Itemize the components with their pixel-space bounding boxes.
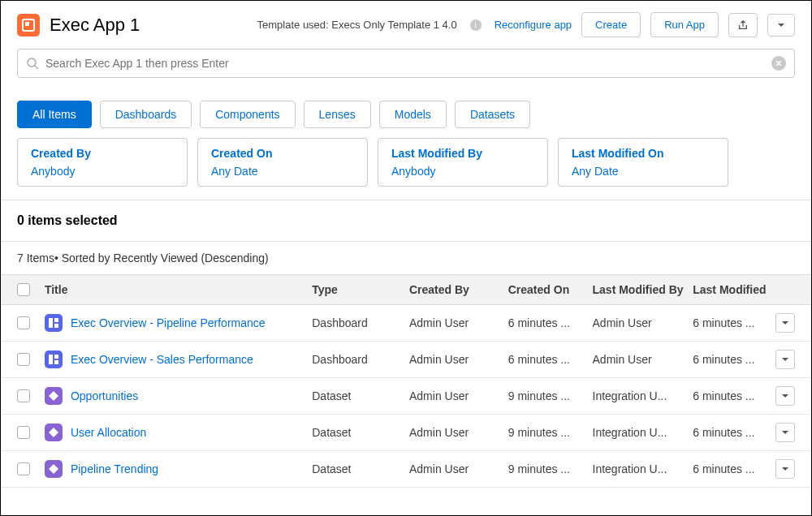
- cell-last-modified-by: Admin User: [593, 316, 693, 329]
- info-icon[interactable]: i: [470, 19, 482, 31]
- filter-value: Anybody: [31, 165, 174, 178]
- grid-header: Title Type Created By Created On Last Mo…: [1, 274, 811, 305]
- table-row: OpportunitiesDatasetAdmin User9 minutes …: [1, 378, 811, 415]
- search-input-container[interactable]: [17, 49, 795, 78]
- run-app-button[interactable]: Run App: [650, 12, 719, 37]
- select-all-checkbox[interactable]: [17, 283, 30, 296]
- tab-components[interactable]: Components: [200, 101, 295, 128]
- tab-lenses[interactable]: Lenses: [304, 101, 371, 128]
- cell-created-by: Admin User: [409, 316, 508, 329]
- cell-type: Dataset: [312, 426, 409, 439]
- row-checkbox[interactable]: [17, 389, 30, 402]
- cell-type: Dashboard: [312, 353, 409, 366]
- search-icon: [26, 57, 39, 70]
- selection-count: 0 items selected: [1, 200, 811, 241]
- clear-search-button[interactable]: [771, 56, 786, 71]
- row-checkbox[interactable]: [17, 353, 30, 366]
- col-header-created-by[interactable]: Created By: [409, 283, 508, 296]
- cell-last-modified-on: 6 minutes ...: [693, 462, 772, 475]
- app-title: Exec App 1: [50, 15, 140, 36]
- chevron-down-icon: [781, 355, 789, 363]
- filter-created-on[interactable]: Created On Any Date: [197, 138, 368, 187]
- cell-type: Dashboard: [312, 316, 409, 329]
- cell-last-modified-by: Integration U...: [593, 426, 693, 439]
- create-button[interactable]: Create: [581, 12, 641, 37]
- table-row: Pipeline TrendingDatasetAdmin User9 minu…: [1, 451, 811, 488]
- col-header-type[interactable]: Type: [312, 283, 409, 296]
- cell-created-on: 9 minutes ...: [508, 389, 593, 402]
- svg-rect-4: [49, 318, 53, 328]
- svg-rect-9: [54, 360, 58, 364]
- table-row: Exec Overview - Sales PerformanceDashboa…: [1, 342, 811, 378]
- row-checkbox[interactable]: [17, 426, 30, 439]
- reconfigure-link[interactable]: Reconfigure app: [495, 19, 572, 31]
- item-title-link[interactable]: Exec Overview - Pipeline Performance: [71, 316, 266, 329]
- filter-last-modified-on[interactable]: Last Modified On Any Date: [558, 138, 728, 187]
- dashboard-icon: [45, 350, 63, 368]
- row-actions-menu[interactable]: [775, 423, 795, 442]
- tab-datasets[interactable]: Datasets: [455, 101, 530, 128]
- svg-point-2: [28, 58, 36, 67]
- svg-rect-8: [54, 355, 58, 359]
- col-header-last-modified-by[interactable]: Last Modified By: [593, 283, 693, 296]
- tab-dashboards[interactable]: Dashboards: [100, 101, 192, 128]
- cell-type: Dataset: [312, 462, 409, 475]
- svg-rect-5: [54, 318, 58, 322]
- item-title-link[interactable]: Exec Overview - Sales Performance: [71, 353, 253, 366]
- dataset-icon: [45, 387, 63, 405]
- dataset-icon: [45, 460, 63, 478]
- dashboard-icon: [45, 314, 63, 332]
- row-checkbox[interactable]: [17, 462, 30, 475]
- row-actions-menu[interactable]: [775, 313, 795, 333]
- row-actions-menu[interactable]: [775, 459, 795, 479]
- cell-last-modified-by: Integration U...: [593, 389, 693, 402]
- cell-created-on: 9 minutes ...: [508, 462, 593, 475]
- col-header-last-modified-on[interactable]: Last Modified: [693, 283, 772, 296]
- svg-rect-7: [49, 355, 53, 364]
- items-grid: Title Type Created By Created On Last Mo…: [1, 274, 811, 488]
- tab-all-items[interactable]: All Items: [17, 101, 92, 128]
- row-actions-menu[interactable]: [775, 386, 795, 406]
- cell-last-modified-on: 6 minutes ...: [693, 316, 772, 329]
- filter-label: Created By: [31, 147, 174, 160]
- filter-label: Created On: [211, 147, 354, 160]
- cell-created-by: Admin User: [409, 462, 508, 475]
- filter-created-by[interactable]: Created By Anybody: [17, 138, 188, 187]
- row-checkbox[interactable]: [17, 316, 30, 329]
- cell-created-by: Admin User: [409, 389, 508, 402]
- col-header-created-on[interactable]: Created On: [508, 283, 593, 296]
- cell-created-by: Admin User: [409, 353, 508, 366]
- svg-rect-1: [25, 22, 29, 26]
- table-row: Exec Overview - Pipeline PerformanceDash…: [1, 305, 811, 342]
- filter-label: Last Modified By: [391, 147, 534, 160]
- search-input[interactable]: [45, 57, 765, 70]
- svg-line-3: [35, 66, 38, 69]
- app-logo-icon: [17, 14, 40, 37]
- cell-created-on: 6 minutes ...: [508, 353, 593, 366]
- close-icon: [775, 60, 782, 67]
- item-title-link[interactable]: Opportunities: [71, 389, 138, 402]
- cell-last-modified-on: 6 minutes ...: [693, 426, 772, 439]
- cell-created-on: 6 minutes ...: [508, 316, 593, 329]
- chevron-down-icon: [781, 428, 789, 436]
- chevron-down-icon: [781, 392, 789, 400]
- cell-created-by: Admin User: [409, 426, 508, 439]
- tab-models[interactable]: Models: [379, 101, 447, 128]
- cell-last-modified-by: Integration U...: [593, 462, 693, 475]
- sort-info: 7 Items• Sorted by Recently Viewed (Desc…: [1, 242, 811, 274]
- chevron-down-icon: [781, 319, 789, 327]
- template-used-label: Template used: Execs Only Template 1 4.0: [257, 19, 457, 31]
- share-button[interactable]: [728, 13, 758, 37]
- filter-last-modified-by[interactable]: Last Modified By Anybody: [378, 138, 548, 187]
- filter-value: Any Date: [572, 165, 715, 178]
- svg-rect-6: [54, 324, 58, 328]
- row-actions-menu[interactable]: [775, 350, 795, 369]
- item-title-link[interactable]: User Allocation: [71, 426, 146, 439]
- item-title-link[interactable]: Pipeline Trending: [71, 462, 158, 475]
- more-menu-button[interactable]: [767, 14, 795, 37]
- chevron-down-icon: [776, 20, 786, 30]
- cell-last-modified-on: 6 minutes ...: [693, 389, 772, 402]
- col-header-title[interactable]: Title: [45, 283, 312, 296]
- cell-type: Dataset: [312, 389, 409, 402]
- cell-created-on: 9 minutes ...: [508, 426, 593, 439]
